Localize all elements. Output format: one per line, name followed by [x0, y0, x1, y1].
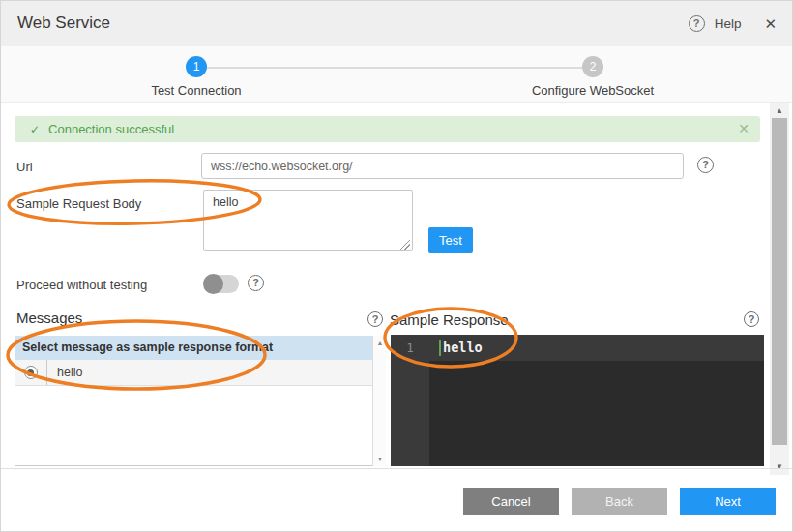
test-button[interactable]: Test [428, 227, 473, 253]
close-icon[interactable]: ✕ [764, 15, 777, 33]
proceed-without-testing-toggle[interactable] [204, 275, 239, 293]
scroll-up-icon[interactable]: ▲ [373, 340, 387, 346]
next-button[interactable]: Next [680, 488, 776, 515]
editor-code-line: hello [443, 335, 483, 361]
wizard-stepper: 1 Test Connection 2 Configure WebSocket [1, 46, 792, 103]
messages-table: Select message as sample response format… [15, 336, 372, 466]
banner-dismiss-icon[interactable]: ✕ [738, 121, 749, 136]
messages-table-header: Select message as sample response format [15, 336, 372, 360]
sample-response-help-icon[interactable]: ? [744, 311, 759, 327]
editor-cursor [439, 340, 441, 356]
footer-divider [1, 468, 792, 469]
proceed-help-icon[interactable]: ? [248, 275, 264, 291]
sample-request-body-input[interactable]: hello [203, 190, 413, 251]
step-2-label: Configure WebSocket [511, 83, 675, 98]
message-radio-cell [15, 360, 47, 385]
proceed-without-testing-label: Proceed without testing [16, 278, 147, 292]
scrollbar-thumb[interactable] [772, 118, 787, 445]
banner-message: Connection successful [48, 122, 174, 136]
sample-response-label: Sample Response [390, 311, 509, 328]
url-label: Url [16, 160, 33, 174]
sample-request-body-label: Sample Request Body [16, 196, 141, 211]
help-icon[interactable]: ? [689, 15, 705, 32]
editor-line-number: 1 [391, 335, 429, 361]
help-button[interactable]: Help [715, 16, 742, 31]
stepper-connector [207, 67, 582, 69]
scroll-up-icon[interactable]: ▲ [770, 106, 789, 115]
check-icon: ✓ [30, 123, 40, 136]
sample-response-editor[interactable]: 1 hello [391, 335, 764, 466]
messages-label: Messages [16, 310, 82, 326]
dialog-header: Web Service ? Help ✕ [1, 1, 792, 46]
step-2-indicator[interactable]: 2 [582, 56, 603, 77]
success-banner: ✓ Connection successful ✕ [15, 116, 760, 142]
resize-handle[interactable] [399, 239, 410, 250]
cancel-button[interactable]: Cancel [463, 488, 559, 515]
radio-selected-icon[interactable] [24, 366, 38, 379]
messages-help-icon[interactable]: ? [367, 311, 383, 327]
step-1-indicator[interactable]: 1 [186, 56, 207, 77]
dialog-scrollbar[interactable]: ▲ ▼ [770, 103, 789, 475]
web-service-dialog: Web Service ? Help ✕ 1 Test Connection 2… [0, 0, 793, 532]
messages-scrollbar[interactable]: ▲ ▼ [372, 336, 386, 466]
url-help-icon[interactable]: ? [697, 157, 714, 173]
message-text: hello [47, 360, 82, 385]
scroll-down-icon[interactable]: ▼ [373, 456, 387, 462]
url-input[interactable] [201, 153, 684, 179]
scroll-down-icon[interactable]: ▼ [770, 462, 789, 471]
toggle-knob [203, 274, 223, 294]
step-1-label: Test Connection [114, 83, 279, 98]
table-row[interactable]: hello [15, 360, 372, 386]
page-title: Web Service [17, 14, 110, 33]
back-button[interactable]: Back [572, 488, 667, 515]
